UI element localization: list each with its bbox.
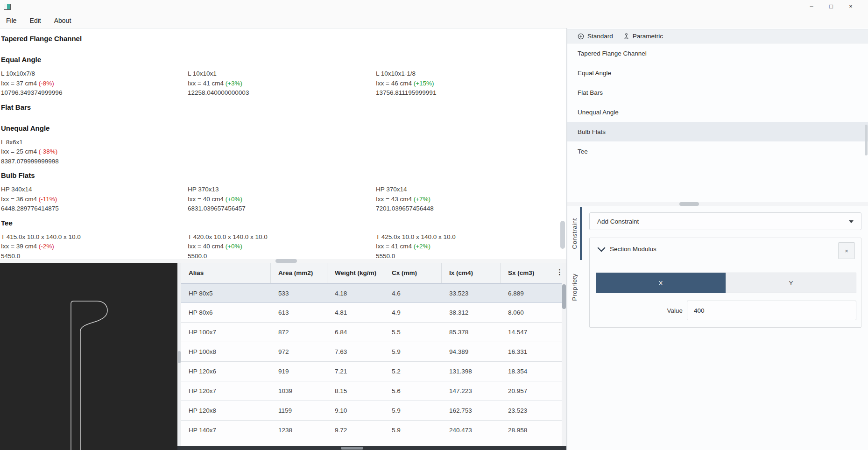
- list-item-tapered-flange-channel[interactable]: Tapered Flange Channel: [567, 43, 868, 63]
- table-cell: 5.9: [384, 342, 442, 361]
- section-type-tabbar: Standard Parametric: [567, 29, 868, 43]
- tab-parametric[interactable]: Parametric: [623, 33, 663, 40]
- close-button[interactable]: ×: [841, 0, 860, 12]
- table-header-cell[interactable]: Weight (kg/m): [327, 263, 384, 283]
- entry-name: T 420.0x 10.0 x 140.0 x 10.0: [188, 232, 376, 242]
- entry-value: 10796.349374999996: [1, 88, 188, 98]
- section-entry: T 420.0x 10.0 x 140.0 x 10.0 Ixx = 40 cm…: [188, 232, 376, 260]
- entry-name: L 8x6x1: [1, 138, 188, 148]
- maximize-button[interactable]: □: [822, 0, 840, 12]
- tab-propriety[interactable]: Propriety: [567, 259, 582, 315]
- section-entry: T 425.0x 10.0 x 140.0 x 10.0 Ixx = 41 cm…: [376, 232, 558, 260]
- list-item-flat-bars[interactable]: Flat Bars: [567, 83, 868, 102]
- entry-delta: (-38%): [39, 148, 58, 155]
- entry-delta: (-11%): [39, 196, 57, 203]
- table-cell: 85.378: [442, 323, 501, 342]
- table-cell: HP 140x7: [181, 421, 271, 440]
- table-cell: 872: [271, 323, 327, 342]
- table-header-cell[interactable]: Ix (cm4): [442, 263, 501, 283]
- table-row[interactable]: HP 140x712389.725.9240.47328.958: [181, 421, 562, 440]
- table-cell: 4.18: [327, 284, 384, 302]
- table-cell: 9.10: [327, 401, 384, 420]
- list-horizontal-scrollbar[interactable]: [567, 202, 868, 206]
- close-icon: ×: [845, 247, 848, 254]
- menubar: FileEditAbout: [0, 13, 868, 28]
- entry-value: 7201.039657456448: [376, 204, 558, 214]
- results-vertical-scrollbar[interactable]: [560, 29, 565, 259]
- list-item-tee[interactable]: Tee: [567, 141, 868, 161]
- menu-item-file[interactable]: File: [0, 13, 23, 28]
- add-constraint-dropdown[interactable]: Add Constraint: [589, 212, 861, 230]
- list-item-unequal-angle[interactable]: Unequal Angle: [567, 102, 868, 122]
- section-entry: L 8x6x1 Ixx = 25 cm4 (-38%) 8387.0799999…: [1, 138, 188, 167]
- axis-button-x[interactable]: X: [596, 273, 726, 293]
- card-close-button[interactable]: ×: [838, 242, 855, 259]
- entry-ixx: Ixx = 41 cm4: [376, 243, 412, 250]
- scrollbar-thumb[interactable]: [679, 202, 699, 206]
- results-section: Tee T 415.0x 10.0 x 140.0 x 10.0 Ixx = 3…: [1, 219, 558, 260]
- scrollbar-thumb[interactable]: [178, 351, 181, 363]
- entry-name: L 10x10x1: [188, 69, 376, 79]
- table-header-cell[interactable]: Sx (cm3): [501, 263, 562, 283]
- section-heading: Bulb Flats: [1, 171, 558, 179]
- entry-name: HP 370x14: [376, 185, 558, 195]
- table-cell: 5.9: [384, 401, 442, 420]
- list-vertical-scrollbar[interactable]: [865, 125, 868, 155]
- table-cell: 7.63: [327, 342, 384, 361]
- table-cell: 6.84: [327, 323, 384, 342]
- section-preview-canvas: [0, 263, 177, 450]
- list-item-bulb-flats[interactable]: Bulb Flats: [567, 122, 868, 141]
- table-row[interactable]: HP 120x710398.155.6147.22320.957: [181, 381, 562, 401]
- scrollbar-thumb[interactable]: [275, 259, 297, 263]
- scrollbar-thumb[interactable]: [562, 284, 566, 309]
- scrollbar-thumb[interactable]: [341, 447, 363, 450]
- entry-ixx: Ixx = 37 cm4: [1, 80, 37, 87]
- section-entries: L 8x6x1 Ixx = 25 cm4 (-38%) 8387.0799999…: [1, 138, 558, 167]
- tab-standard[interactable]: Standard: [578, 33, 613, 40]
- table-cell: 8.060: [501, 303, 562, 322]
- table-row[interactable]: HP 100x78726.845.585.37814.547: [181, 323, 562, 342]
- entry-name: L 10x10x7/8: [1, 69, 188, 79]
- entry-ixx: Ixx = 41 cm4: [188, 80, 224, 87]
- table-row[interactable]: HP 80x55334.184.633.5236.889: [181, 283, 562, 303]
- table-horizontal-scrollbar[interactable]: [177, 446, 566, 450]
- maximize-icon: □: [829, 3, 833, 10]
- table-row[interactable]: HP 100x89727.635.994.38916.331: [181, 342, 562, 362]
- table-cell: 919: [271, 362, 327, 381]
- list-item-equal-angle[interactable]: Equal Angle: [567, 63, 868, 83]
- scrollbar-thumb[interactable]: [560, 221, 565, 249]
- table-row[interactable]: HP 80x66134.814.938.3128.060: [181, 303, 562, 323]
- section-entries: HP 340x14 Ixx = 36 cm4 (-11%) 6448.28977…: [1, 185, 558, 214]
- table-vertical-scrollbar[interactable]: [562, 263, 566, 446]
- minimize-button[interactable]: –: [802, 0, 821, 12]
- plus-circle-icon: [578, 33, 584, 40]
- table-cell: 5.2: [384, 362, 442, 381]
- menu-item-about[interactable]: About: [48, 13, 78, 28]
- table-cell: HP 80x5: [181, 284, 271, 302]
- parametric-icon: [623, 33, 629, 40]
- canvas-table-scrollbar[interactable]: [177, 263, 181, 446]
- table-header-cell[interactable]: Cx (mm): [384, 263, 442, 283]
- table-header-cell[interactable]: Area (mm2): [271, 263, 327, 283]
- table-cell: 613: [271, 303, 327, 322]
- table-cell: 20.957: [501, 381, 562, 401]
- table-cell: 5.9: [384, 421, 442, 440]
- results-sections: Tapered Flange Channel Equal Angle L 10x…: [1, 35, 558, 260]
- table-cell: 4.9: [384, 303, 442, 322]
- value-input[interactable]: 400: [687, 301, 856, 320]
- table-cell: 9.72: [327, 421, 384, 440]
- axis-segmented-control: XY: [596, 273, 856, 293]
- table-header-cell[interactable]: Alias: [181, 263, 271, 283]
- chevron-down-icon: [849, 220, 854, 223]
- section-entry: L 10x10x1-1/8 Ixx = 46 cm4 (+15%) 13756.…: [376, 69, 558, 98]
- results-horizontal-scrollbar[interactable]: [0, 259, 566, 263]
- entry-delta: (+2%): [414, 243, 430, 250]
- axis-button-y[interactable]: Y: [726, 273, 856, 293]
- entry-name: HP 370x13: [188, 185, 376, 195]
- entry-value: 13756.811195999991: [376, 88, 558, 98]
- sections-table: AliasArea (mm2)Weight (kg/m)Cx (mm)Ix (c…: [181, 263, 562, 446]
- table-row[interactable]: HP 120x811599.105.9162.75323.523: [181, 401, 562, 421]
- card-header[interactable]: Section Modulus: [590, 238, 861, 260]
- menu-item-edit[interactable]: Edit: [23, 13, 48, 28]
- table-row[interactable]: HP 120x69197.215.2131.39818.354: [181, 362, 562, 381]
